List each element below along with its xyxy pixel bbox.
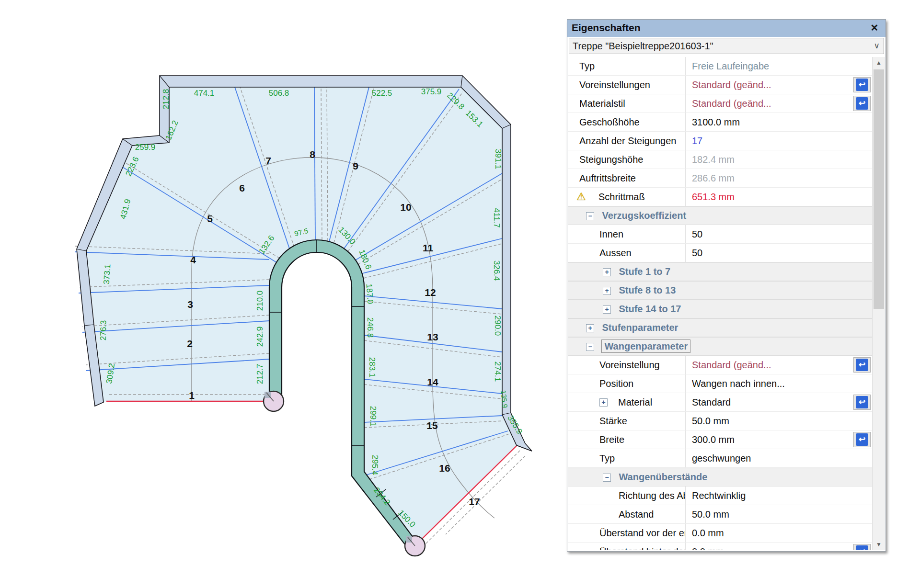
undo-button[interactable]: ↩ <box>853 432 871 447</box>
property-row-ueberstand-hinter[interactable]: Überstand hinter der let... 0.0 mm ↩ <box>568 543 873 550</box>
undo-button[interactable]: ↩ <box>853 96 871 111</box>
property-value[interactable]: Standard (geänd... <box>685 94 873 113</box>
chevron-down-icon: ∨ <box>874 38 880 54</box>
undo-button[interactable]: ↩ <box>853 395 871 410</box>
dimension-label: 474.1 <box>194 89 215 98</box>
post-end[interactable] <box>405 536 425 556</box>
undo-icon: ↩ <box>856 359 868 371</box>
property-row-geschosshoehe[interactable]: Geschoßhöhe 3100.0 mm <box>568 113 873 132</box>
property-label: Stärke <box>599 416 627 426</box>
property-row-anzahl-steigungen[interactable]: Anzahl der Steigungen 17 <box>568 132 873 150</box>
stair-plan-canvas[interactable]: 474.1 506.8 522.5 375.9 229.8 153.1 391.… <box>0 0 556 588</box>
selected-object-label: Treppe "Beispieltreppe201603-1" <box>573 41 713 51</box>
undo-button[interactable]: ↩ <box>853 357 871 373</box>
group-row-wangenueberstaende[interactable]: − Wangenüberstände <box>568 468 873 486</box>
property-row-schrittmass[interactable]: ⚠ Schrittmaß 651.3 mm <box>568 188 873 206</box>
panel-title-bar[interactable]: Eigenschaften ✕ <box>567 20 886 37</box>
property-row-materialstil[interactable]: Materialstil Standard (geänd... ↩ <box>568 94 873 113</box>
collapse-icon[interactable]: − <box>586 343 594 351</box>
property-value[interactable]: Freie Laufeingabe <box>685 57 873 75</box>
property-value[interactable]: 0.0 mm <box>685 524 873 542</box>
scrollbar-thumb[interactable] <box>874 69 884 309</box>
property-row-voreinstellungen[interactable]: Voreinstellungen Standard (geänd... ↩ <box>568 76 873 94</box>
scroll-down-icon[interactable]: ▼ <box>873 539 885 550</box>
dimension-label: 373.1 <box>102 264 113 285</box>
property-row-auftrittsbreite[interactable]: Auftrittsbreite 286.6 mm <box>568 169 873 188</box>
close-icon[interactable]: ✕ <box>868 22 881 34</box>
property-value: 182.4 mm <box>685 150 873 169</box>
property-label: Überstand hinter der let... <box>599 546 685 550</box>
property-row-aussen[interactable]: Aussen 50 <box>568 244 873 262</box>
property-value[interactable]: 300.0 mm <box>685 430 873 449</box>
property-value[interactable]: 0.0 mm <box>685 543 873 550</box>
app-window: 474.1 506.8 522.5 375.9 229.8 153.1 391.… <box>0 0 920 588</box>
property-value[interactable]: Rechtwinklig <box>685 486 873 505</box>
property-row-breite[interactable]: Breite 300.0 mm ↩ <box>568 430 873 449</box>
property-value[interactable]: Standard <box>685 393 873 411</box>
step-number: 11 <box>423 242 434 253</box>
dimension-label: 326.4 <box>492 260 501 281</box>
group-label: Stufe 8 to 13 <box>619 285 676 295</box>
object-selector-dropdown[interactable]: Treppe "Beispieltreppe201603-1" ∨ <box>569 38 884 54</box>
group-row-stufe-8-13[interactable]: + Stufe 8 to 13 <box>568 281 873 300</box>
undo-icon: ↩ <box>856 97 868 110</box>
property-label: Richtung des Abst... <box>619 490 685 501</box>
property-row-ueberstand-vor[interactable]: Überstand vor der erst... 0.0 mm <box>568 524 873 543</box>
stair-area[interactable] <box>86 87 517 542</box>
property-row-staerke[interactable]: Stärke 50.0 mm <box>568 412 873 430</box>
dimension-label: 411.7 <box>492 208 501 227</box>
property-label: Voreinstellung <box>599 360 660 370</box>
expand-icon[interactable]: + <box>603 268 611 276</box>
property-row-abstand[interactable]: Abstand 50.0 mm <box>568 505 873 524</box>
property-value[interactable]: 50 <box>685 225 873 243</box>
collapse-icon[interactable]: − <box>586 212 594 220</box>
property-value[interactable]: 50.0 mm <box>685 505 873 523</box>
undo-icon: ↩ <box>856 396 868 408</box>
group-row-stufe-14-17[interactable]: + Stufe 14 to 17 <box>568 300 873 318</box>
expand-icon[interactable]: + <box>603 287 611 295</box>
group-row-stufe-1-7[interactable]: + Stufe 1 to 7 <box>568 262 873 281</box>
property-value[interactable]: 3100.0 mm <box>685 113 873 131</box>
property-label: Anzahl der Steigungen <box>579 136 676 146</box>
collapse-icon[interactable]: − <box>603 474 611 482</box>
property-label: Breite <box>599 434 624 445</box>
property-row-wangentyp[interactable]: Typ geschwungen <box>568 449 873 468</box>
property-row-steigungshoehe[interactable]: Steigungshöhe 182.4 mm <box>568 150 873 169</box>
dimension-label: 290.0 <box>493 316 502 336</box>
expand-icon[interactable]: + <box>603 305 611 314</box>
property-row-material[interactable]: +Material Standard ↩ <box>568 393 873 412</box>
property-row-innen[interactable]: Innen 50 <box>568 225 873 244</box>
panel-title: Eigenschaften <box>572 22 641 34</box>
object-selector-area: Treppe "Beispieltreppe201603-1" ∨ <box>567 37 886 57</box>
property-value[interactable]: 50 <box>685 244 873 262</box>
property-row-voreinstellung[interactable]: Voreinstellung Standard (geänd... ↩ <box>568 356 873 374</box>
property-grid: Typ Freie Laufeingabe Voreinstellungen S… <box>568 57 873 550</box>
expand-icon[interactable]: + <box>586 324 594 332</box>
step-number: 17 <box>469 496 480 507</box>
property-row-richtung-abstand[interactable]: Richtung des Abst... Rechtwinklig <box>568 486 873 505</box>
expand-icon[interactable]: + <box>599 398 608 407</box>
dimension-label: 212.7 <box>255 364 264 384</box>
undo-button[interactable]: ↩ <box>853 544 871 550</box>
property-row-typ[interactable]: Typ Freie Laufeingabe <box>568 57 873 76</box>
group-label: Stufe 14 to 17 <box>619 304 681 314</box>
property-value[interactable]: Wangen nach innen... <box>685 374 873 393</box>
property-value[interactable]: 17 <box>685 132 873 150</box>
property-value[interactable]: Standard (geänd... <box>685 356 873 374</box>
property-label: Abstand <box>619 509 654 520</box>
group-row-stufenparameter[interactable]: + Stufenparameter <box>568 318 873 337</box>
group-row-wangenparameter[interactable]: − Wangenparameter <box>568 337 873 356</box>
step-number: 14 <box>427 376 438 387</box>
scrollbar[interactable]: ▲ ▼ <box>872 57 885 550</box>
property-label: Aussen <box>599 248 632 258</box>
step-number: 1 <box>189 390 195 401</box>
step-number: 3 <box>187 299 193 310</box>
property-row-position[interactable]: Position Wangen nach innen... <box>568 374 873 393</box>
property-value[interactable]: 50.0 mm <box>685 412 873 430</box>
property-value[interactable]: Standard (geänd... <box>685 76 873 94</box>
post-start[interactable] <box>264 391 284 411</box>
property-value[interactable]: geschwungen <box>685 449 873 467</box>
undo-button[interactable]: ↩ <box>853 77 871 92</box>
group-row-verzugskoeffizient[interactable]: − Verzugskoeffizient <box>568 206 873 225</box>
scroll-up-icon[interactable]: ▲ <box>873 57 885 68</box>
